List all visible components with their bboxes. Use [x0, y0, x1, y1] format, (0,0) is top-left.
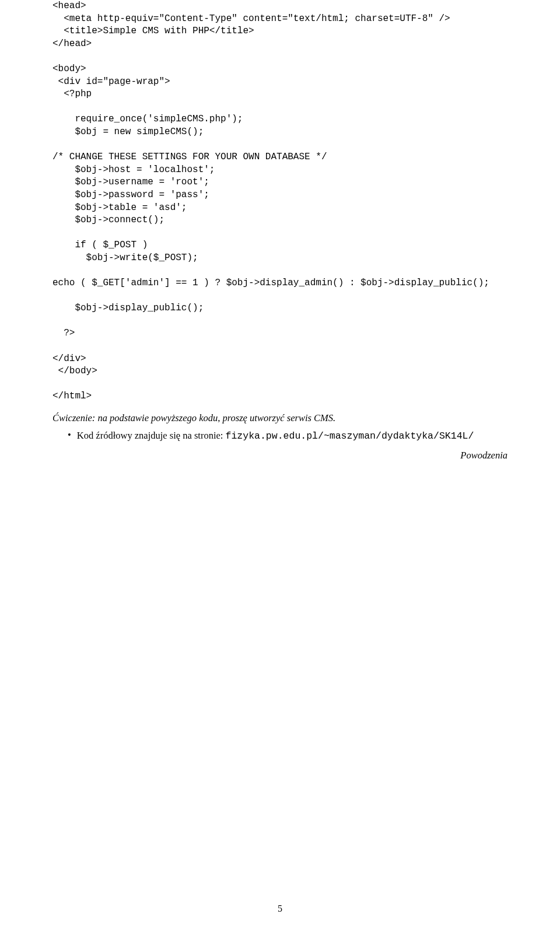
bullet-text-before: Kod źródłowy znajduje się na stronie: [77, 430, 226, 441]
bullet-url: fizyka.pw.edu.pl/~maszyman/dydaktyka/SK1… [226, 430, 474, 442]
bullet-list: • Kod źródłowy znajduje się na stronie: … [52, 430, 508, 442]
code-listing: <head> <meta http-equiv="Content-Type" c… [52, 0, 508, 403]
bullet-item: • Kod źródłowy znajduje się na stronie: … [68, 430, 508, 442]
document-page: <head> <meta http-equiv="Content-Type" c… [0, 0, 560, 949]
exercise-text: Ćwiczenie: na podstawie powyższego kodu,… [52, 412, 508, 424]
bullet-text: Kod źródłowy znajduje się na stronie: fi… [77, 430, 508, 442]
page-number: 5 [0, 904, 560, 914]
success-text: Powodzenia [52, 450, 508, 461]
bullet-icon: • [68, 429, 71, 441]
